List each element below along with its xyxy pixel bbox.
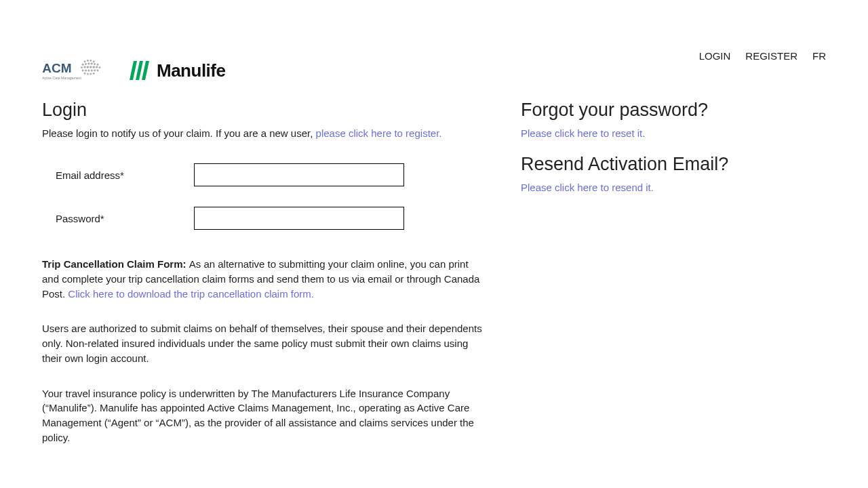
manulife-logo: Manulife [132,60,225,81]
svg-point-12 [83,66,85,68]
svg-point-10 [97,64,99,66]
acm-logo: ACM Active Care Management [42,58,117,83]
password-row: Password* [42,207,483,230]
trip-download-link[interactable]: Click here to download the trip cancella… [68,288,314,300]
svg-point-6 [85,63,87,65]
manulife-wordmark: Manulife [157,60,225,81]
password-input[interactable] [194,207,404,230]
svg-point-16 [96,66,98,68]
svg-point-19 [85,69,87,71]
svg-point-23 [97,70,99,72]
resend-activation-link[interactable]: Please click here to resend it. [521,182,654,193]
svg-point-1 [84,60,86,62]
svg-point-18 [82,70,84,72]
top-nav: LOGIN REGISTER FR [42,0,826,62]
svg-text:ACM: ACM [42,61,71,75]
svg-point-2 [87,60,89,62]
svg-point-4 [93,60,95,62]
svg-point-8 [91,62,93,64]
manulife-bars-icon [132,61,147,80]
policy-paragraph: Your travel insurance policy is underwri… [42,386,483,445]
forgot-heading: Forgot your password? [521,100,826,121]
side-section: Forgot your password? Please click here … [521,100,826,445]
nav-language-link[interactable]: FR [812,50,826,62]
svg-point-20 [87,69,90,71]
resend-heading: Resend Activation Email? [521,154,826,175]
acm-logo-icon: ACM Active Care Management [42,58,117,83]
nav-login-link[interactable]: LOGIN [699,50,731,62]
svg-point-26 [90,73,92,75]
email-row: Email address* [42,163,483,186]
svg-point-9 [94,63,96,65]
login-intro: Please login to notify us of your claim.… [42,127,483,139]
authorization-paragraph: Users are authorized to submit claims on… [42,321,483,365]
login-intro-text: Please login to notify us of your claim.… [42,127,316,139]
forgot-password-link[interactable]: Please click here to reset it. [521,127,645,139]
register-link[interactable]: please click here to register. [316,127,442,139]
email-label: Email address* [42,169,194,181]
svg-point-14 [90,66,92,68]
svg-point-11 [81,66,83,68]
svg-point-5 [82,64,84,66]
svg-point-3 [90,60,92,62]
svg-point-24 [84,73,86,75]
svg-point-15 [92,66,95,68]
email-input[interactable] [194,163,404,186]
password-label: Password* [42,213,194,224]
svg-point-22 [94,70,96,72]
svg-point-7 [87,62,90,64]
svg-point-13 [87,66,90,68]
svg-point-25 [87,73,89,75]
login-heading: Login [42,100,483,121]
nav-register-link[interactable]: REGISTER [745,50,797,62]
acm-logo-subtext: Active Care Management [42,76,81,80]
trip-cancellation-paragraph: Trip Cancellation Claim Form: As an alte… [42,257,483,301]
trip-bold: Trip Cancellation Claim Form: [42,258,189,270]
svg-point-21 [91,69,93,71]
svg-point-17 [99,66,101,68]
login-section: Login Please login to notify us of your … [42,100,483,445]
svg-point-27 [93,73,95,75]
